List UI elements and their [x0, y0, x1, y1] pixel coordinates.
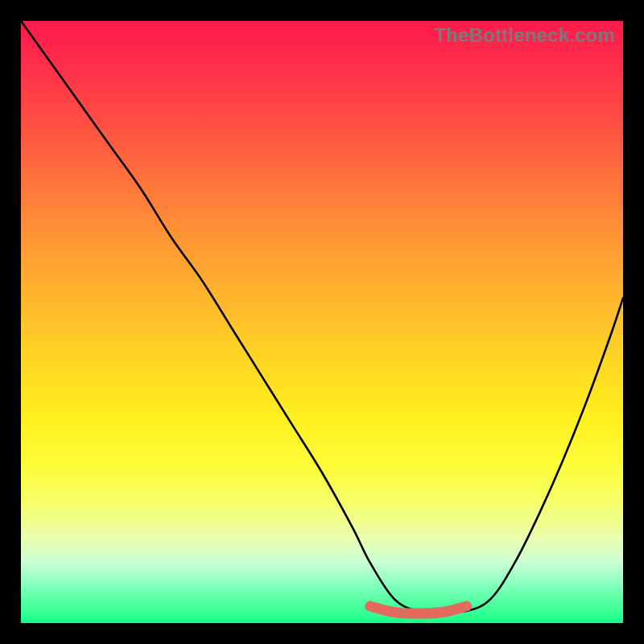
chart-frame: TheBottleneck.com: [0, 0, 644, 644]
curve-layer: [21, 21, 623, 623]
optimal-band-path: [370, 606, 467, 613]
bottleneck-curve-path: [21, 21, 623, 612]
plot-area: TheBottleneck.com: [21, 21, 623, 623]
